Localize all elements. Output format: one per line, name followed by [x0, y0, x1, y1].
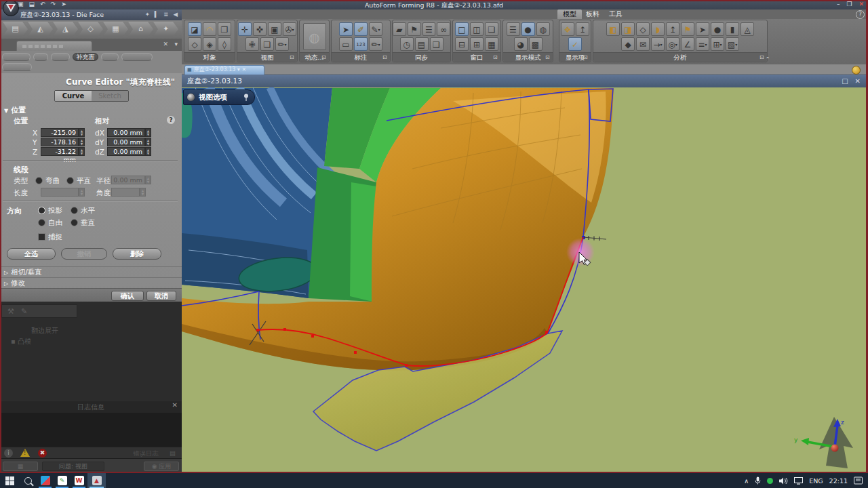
workflow-part-icon[interactable]: ◭	[28, 22, 53, 37]
items-surfaces-icon[interactable]: ❖	[561, 22, 574, 36]
start-button[interactable]	[0, 473, 19, 488]
viewport-tab-dropdown-icon[interactable]: ▾	[237, 66, 240, 73]
sync-link-icon[interactable]: ∞	[437, 22, 450, 36]
analysis-flat-icon[interactable]: ◇	[636, 22, 650, 36]
tray-expand-icon[interactable]: ∧	[744, 477, 749, 485]
minimize-button[interactable]: –	[837, 1, 840, 7]
window-hsplit-icon[interactable]: ⊟	[455, 37, 469, 51]
object-surface-icon[interactable]: ◪	[188, 22, 201, 36]
taskbar-app-3[interactable]: W	[71, 473, 87, 488]
view-camera-icon[interactable]: ✇▾	[283, 22, 296, 36]
window-single-icon[interactable]: □	[455, 22, 469, 36]
dy-spinner[interactable]: ▲▼	[145, 138, 151, 146]
analysis-compare-icon[interactable]: ⊞▾	[711, 37, 724, 51]
annotate-measure-icon[interactable]: ✐	[354, 22, 368, 36]
dx-spinner[interactable]: ▲▼	[145, 128, 151, 137]
workflow-evaluate-icon[interactable]: ⌂	[128, 22, 153, 37]
x-spinner[interactable]: ▲▼	[79, 128, 85, 137]
analysis-skid-icon[interactable]: ◗	[651, 22, 665, 36]
object-addendum-icon[interactable]: ◠	[203, 22, 216, 36]
annotate-edit-icon[interactable]: ✏▾	[369, 37, 382, 51]
viewport-tab-close-icon[interactable]: ✕	[241, 66, 246, 73]
analysis-thermo-icon[interactable]: ▮	[726, 22, 739, 36]
sync-report-icon[interactable]: ▤	[415, 37, 429, 51]
analysis-flow-icon[interactable]: ➤	[696, 22, 709, 36]
position-help-icon[interactable]: ?	[167, 116, 175, 124]
clock[interactable]: 22:11	[829, 477, 848, 485]
dock-tab[interactable]	[16, 41, 92, 51]
annotate-draw-icon[interactable]: ✎▾	[369, 22, 382, 36]
sync-settings-icon[interactable]: ☰	[422, 22, 436, 36]
sync-projector-icon[interactable]: ▰	[393, 22, 406, 36]
view-camera-box-icon[interactable]: ▣	[268, 22, 281, 36]
view-options-bar[interactable]: 视图选项	[183, 89, 255, 105]
object-sheet-result-icon[interactable]: ◊	[218, 37, 231, 51]
analysis-wrinkle-icon[interactable]: ◬	[741, 22, 754, 36]
analysis-springback-icon[interactable]: ↥	[666, 22, 679, 36]
analysis-circle-icon[interactable]: ◎▾	[666, 37, 679, 51]
object-sheet-flat-icon[interactable]: ◇	[188, 37, 201, 51]
dynamic-section-icon[interactable]: ◍	[303, 23, 326, 50]
restore-button[interactable]: ❐	[846, 1, 852, 7]
group-expand-icon[interactable]: ⊡	[321, 54, 328, 61]
analysis-distance-icon[interactable]: ≡▾	[696, 37, 709, 51]
viewport-canvas[interactable]: 视图选项	[182, 87, 866, 473]
analysis-angle-icon[interactable]: ∠	[681, 37, 694, 51]
x-value-field[interactable]: -215.09 mm	[41, 128, 79, 137]
window-split-icon[interactable]: ◫	[470, 22, 484, 36]
group-expand-icon[interactable]: ⊡	[493, 54, 500, 61]
snap-checkbox[interactable]	[38, 233, 45, 241]
radio-straight[interactable]	[66, 177, 74, 184]
dz-value-field[interactable]: 0.00 mm	[107, 147, 145, 156]
items-edges-icon[interactable]: ✓	[568, 37, 582, 51]
display-wireframe-icon[interactable]: ◍	[536, 22, 550, 36]
language-indicator[interactable]: ENG	[809, 477, 823, 485]
group-expand-icon[interactable]: ⊡	[382, 54, 389, 61]
display-options-icon[interactable]: ☰	[507, 22, 520, 36]
pin-icon[interactable]	[243, 94, 250, 101]
viewport-maximize-button[interactable]: □	[842, 75, 848, 87]
analysis-mail-icon[interactable]: ✉	[636, 37, 650, 51]
dy-value-field[interactable]: 0.00 mm	[107, 138, 145, 146]
radio-horizontal[interactable]	[71, 207, 78, 214]
dx-value-field[interactable]: 0.00 mm	[107, 128, 145, 137]
help-icon[interactable]: ?	[856, 10, 865, 19]
annotate-values-icon[interactable]: 123	[354, 37, 368, 51]
speaker-icon[interactable]	[779, 477, 788, 485]
radio-free[interactable]	[38, 219, 45, 226]
select-all-button[interactable]: 全选	[7, 248, 56, 260]
panel-flash-icon[interactable]: ✦	[145, 11, 150, 18]
sync-clock-icon[interactable]: ◷	[400, 37, 414, 51]
panel-collapse-icon[interactable]: ◀	[173, 11, 178, 18]
analysis-sheet-icon[interactable]: ◆	[621, 37, 635, 51]
analysis-vector-icon[interactable]: →▾	[651, 37, 665, 51]
view-highlight-icon[interactable]: ✏▾	[275, 37, 289, 51]
dock-tab-close-icon[interactable]: ✕	[163, 41, 168, 47]
group-expand-icon[interactable]: ⊡	[583, 54, 590, 61]
dock-tab-dropdown-icon[interactable]: ▾	[174, 41, 178, 47]
window-quad-icon[interactable]: ⊞	[470, 37, 484, 51]
ribbon-collapse-icon[interactable]: ⌃	[764, 56, 772, 63]
display-shaded-icon[interactable]: ●	[521, 22, 535, 36]
menu-tab-3[interactable]: 工具	[604, 9, 628, 19]
menu-tab-2[interactable]: 板料	[580, 9, 605, 19]
y-spinner[interactable]: ▲▼	[79, 138, 85, 146]
viewport-restore-icon[interactable]	[852, 66, 861, 75]
taskbar-app-autoform[interactable]: ▲	[87, 473, 106, 488]
panel-pin-icon[interactable]: ▍	[155, 11, 159, 18]
workflow-process-icon[interactable]: ▦	[103, 22, 128, 37]
display-points-icon[interactable]: ▩	[529, 37, 542, 51]
menu-tab-1[interactable]: 模型	[557, 9, 582, 19]
action-center-icon[interactable]	[854, 476, 863, 485]
workflow-blank-icon[interactable]: ◇	[78, 22, 103, 37]
view-tree-icon[interactable]: ✜	[253, 22, 267, 36]
group-expand-icon[interactable]: ⊡	[290, 54, 296, 61]
section-tangent-vertical[interactable]: ▷相切/垂直	[0, 266, 182, 277]
radio-projection[interactable]	[38, 207, 45, 214]
microphone-icon[interactable]	[755, 476, 761, 485]
group-expand-icon[interactable]: ⊡	[545, 54, 552, 61]
annotate-pick-icon[interactable]: ➤	[339, 22, 353, 36]
radio-curved[interactable]	[35, 177, 43, 184]
delete-button[interactable]: 删除	[113, 248, 161, 260]
z-spinner[interactable]: ▲▼	[79, 147, 85, 156]
